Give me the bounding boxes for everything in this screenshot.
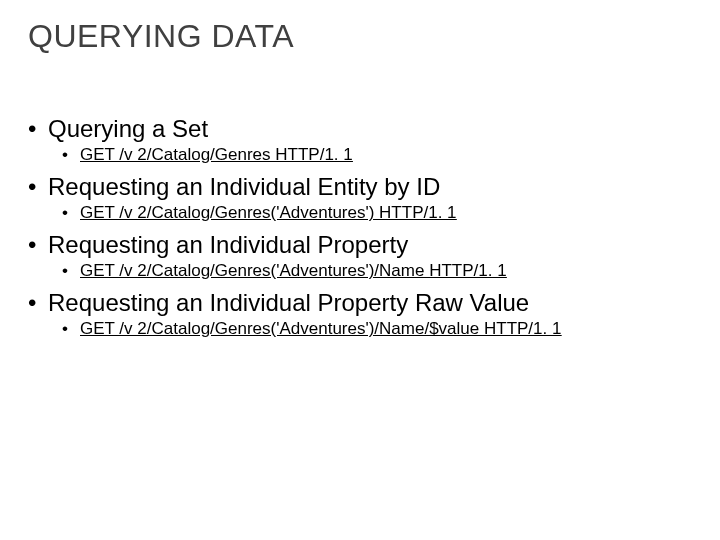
section-property-raw-value: •Requesting an Individual Property Raw V…: [28, 289, 692, 339]
http-request-link[interactable]: GET /v 2/Catalog/Genres('Adventures')/Na…: [80, 261, 507, 280]
bullet-dot-icon: •: [28, 289, 48, 317]
bullet-dot-icon: •: [62, 203, 80, 223]
bullet-dot-icon: •: [62, 261, 80, 281]
bullet-dot-icon: •: [28, 115, 48, 143]
bullet-link-row: •GET /v 2/Catalog/Genres('Adventures')/N…: [62, 261, 692, 281]
bullet-heading: •Querying a Set: [28, 115, 692, 143]
heading-text: Requesting an Individual Entity by ID: [48, 173, 440, 200]
section-individual-entity: •Requesting an Individual Entity by ID •…: [28, 173, 692, 223]
bullet-link-row: •GET /v 2/Catalog/Genres('Adventures') H…: [62, 203, 692, 223]
bullet-heading: •Requesting an Individual Property: [28, 231, 692, 259]
bullet-dot-icon: •: [62, 145, 80, 165]
heading-text: Requesting an Individual Property Raw Va…: [48, 289, 529, 316]
bullet-dot-icon: •: [62, 319, 80, 339]
bullet-heading: •Requesting an Individual Entity by ID: [28, 173, 692, 201]
http-request-link[interactable]: GET /v 2/Catalog/Genres('Adventures')/Na…: [80, 319, 561, 338]
slide-title: QUERYING DATA: [28, 18, 692, 55]
heading-text: Requesting an Individual Property: [48, 231, 408, 258]
bullet-dot-icon: •: [28, 173, 48, 201]
section-individual-property: •Requesting an Individual Property •GET …: [28, 231, 692, 281]
section-querying-set: •Querying a Set •GET /v 2/Catalog/Genres…: [28, 115, 692, 165]
http-request-link[interactable]: GET /v 2/Catalog/Genres HTTP/1. 1: [80, 145, 353, 164]
heading-text: Querying a Set: [48, 115, 208, 142]
bullet-heading: •Requesting an Individual Property Raw V…: [28, 289, 692, 317]
bullet-link-row: •GET /v 2/Catalog/Genres('Adventures')/N…: [62, 319, 692, 339]
bullet-link-row: •GET /v 2/Catalog/Genres HTTP/1. 1: [62, 145, 692, 165]
bullet-dot-icon: •: [28, 231, 48, 259]
http-request-link[interactable]: GET /v 2/Catalog/Genres('Adventures') HT…: [80, 203, 457, 222]
